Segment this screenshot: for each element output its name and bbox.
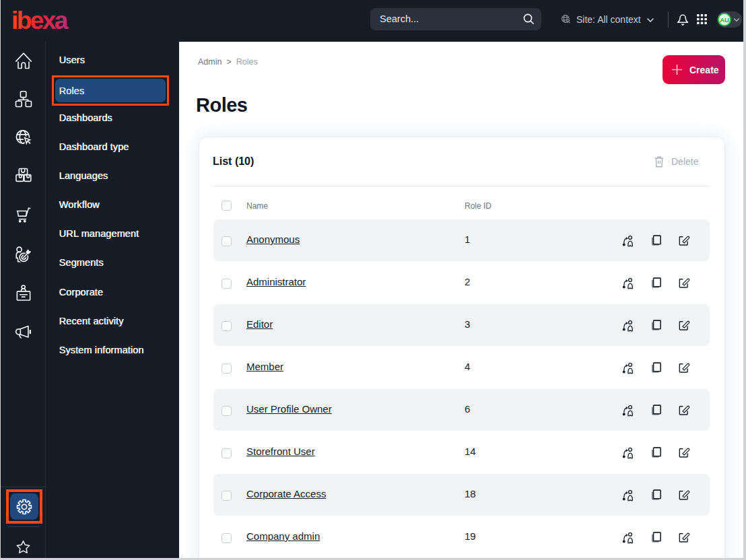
svg-text:ibexa: ibexa — [12, 7, 69, 34]
